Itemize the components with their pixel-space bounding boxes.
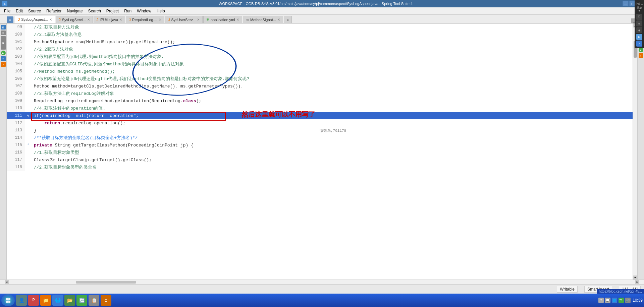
tab-yml-icon: ✾ [206,17,209,22]
right-icon-6[interactable]: ⚡ [639,53,643,58]
line-number: 107 [7,82,25,90]
line-content: //假如底层配置为CGLIB代理,则这个method指向具体目标对象中的方法对象 [31,61,184,67]
menu-help[interactable]: Help [154,8,168,14]
git-icon[interactable]: ⑂ [1,56,6,61]
taskbar-icon-p[interactable]: P [28,295,39,306]
outline-icon[interactable]: ≡ [1,30,6,35]
line-content: //2.2获取方法对象 [31,46,73,52]
line-content: //1.获取目标对象类型 [31,149,79,156]
tray-icon-volume[interactable]: 🔊 [625,298,631,303]
task-icon[interactable]: ▣ [1,36,6,50]
menu-search[interactable]: Search [86,8,104,14]
tab-java-icon3: J [97,18,99,22]
right-icons: □ ◈ ⊞ ◉ ● ⚡ [637,23,644,280]
hscroll-thumb[interactable] [76,281,136,284]
table-row: 105 //Method method=ms.getMethod(); [7,68,633,75]
tab-java-icon: J [18,17,20,21]
menu-window[interactable]: Window [134,8,154,14]
menu-refactor[interactable]: Refactor [44,8,64,14]
table-row: 109 RequiredLog requiredLog=method.getAn… [7,97,633,105]
editor-icon: ≡ [7,16,13,23]
tab-java-icon2: J [59,18,61,22]
table-row: 101 MethodSignature ms=(MethodSignature)… [7,38,633,46]
corner-icon-3[interactable]: ◉ [636,27,642,33]
tab-more[interactable]: » [284,16,292,23]
tab-applicationyml[interactable]: ✾ application.yml ✕ [203,16,242,23]
line-content: Class<?> targetCls=jp.getTarget().getCla… [31,158,152,163]
line-content: /**获取目标方法的全限定名(目标类全名+方法名)*/ [31,135,138,141]
minimize-button[interactable]: — [623,1,629,6]
tab-methodsignat[interactable]: m MethodSignat... ✕ [243,16,283,23]
menu-source[interactable]: Source [25,8,44,14]
taskbar-icon-2[interactable]: 👤 [16,295,27,306]
taskbar-icon-refresh[interactable]: 🔄 [76,295,87,306]
tab-java-icon5: J [168,18,170,22]
corner-icon-1[interactable]: □ [636,14,642,20]
line-content: private String getTargetClassMethod(Proc… [31,143,194,148]
tab-more-label: » [287,18,289,22]
writable-status: Writable [557,286,578,293]
tab-syslogaspect[interactable]: J SysLogAspect... ✕ [15,16,55,23]
table-row: 99 //2.获取目标方法对象 [7,23,633,31]
code-editor[interactable]: 99 //2.获取目标方法对象 100 //2.1获取方法签名信息 101 Me… [7,23,637,280]
tab-label6: application.yml [211,18,235,22]
menu-edit[interactable]: Edit [13,8,25,14]
tab-sysuserserv[interactable]: J SysUserServ... ✕ [165,16,203,23]
table-row: 112 return requiredLog.operation(); [7,119,633,127]
table-row: 106 //假如希望无论是jdk代理还是cglib代理,我们让method变量指… [7,75,633,82]
taskbar-icon-clip[interactable]: 📋 [89,295,99,306]
tray-icon-2[interactable]: 💬 [605,298,610,303]
line-number: 103 [7,53,25,60]
menu-run[interactable]: Run [121,8,134,14]
taskbar-icon-files[interactable]: 📂 [64,295,75,306]
corner-label[interactable]: 小窗口盛放 ▼ [635,1,644,13]
corner-panel: 小窗口盛放 ▼ □ ⊞ ◉ ▶ ⑂ [635,0,644,48]
pkg-explorer-icon[interactable]: ▤ [1,25,6,29]
line-number: 114 [7,134,25,141]
corner-icon-2[interactable]: ⊞ [636,20,642,26]
corner-icon-5[interactable]: ⑂ [636,41,642,47]
tab-close-icon7[interactable]: ✕ [277,18,280,21]
scroll-left-btn[interactable]: ◄ [5,280,9,284]
highlighted-line: 111 ✎ if(requiredLog==null)return "opera… [7,112,633,119]
tab-close-icon6[interactable]: ✕ [236,18,239,21]
scroll-down-btn[interactable]: ▼ [633,275,637,280]
tab-iputils[interactable]: J IPUtils.java ✕ [94,16,125,23]
line-number: 100 [7,31,25,38]
tray-icon-3[interactable]: 🌐 [612,298,617,303]
time-display: 10:39 [633,298,643,303]
tab-close-icon[interactable]: ✕ [49,18,52,21]
table-row: 100 //2.1获取方法签名信息 [7,31,633,38]
line-marker-111: ✎ [25,113,31,118]
tab-close-icon4[interactable]: ✕ [159,18,161,21]
tab-label2: SysLogServi... [62,18,86,22]
tab-close-icon5[interactable]: ✕ [197,18,200,21]
tray-icon-4[interactable]: 🛡 [619,298,624,303]
tray-icon-1[interactable]: ? [598,298,604,303]
taskbar-icon-folder[interactable]: 📁 [40,295,51,306]
menu-bar: File Edit Source Refactor Navigate Searc… [0,7,644,15]
status-bar: Writable Smart Insert 111...41] [0,284,644,294]
right-icon-5[interactable]: ● [639,48,643,52]
boot-icon[interactable]: ⚡ [1,62,6,67]
menu-file[interactable]: File [1,8,13,14]
menu-navigate[interactable]: Navigate [64,8,85,14]
start-button[interactable] [1,294,15,306]
line-number: 110 [7,105,25,112]
tab-requiredlog[interactable]: J RequiredLog.... ✕ [126,16,164,23]
tab-syslogservi[interactable]: J SysLogServi... ✕ [56,16,93,23]
tray-icons: ? 💬 🌐 🛡 🔊 [598,298,631,303]
tab-close-icon3[interactable]: ✕ [119,18,122,21]
taskbar-icon-gear[interactable]: ⚙ [101,295,111,306]
line-number-111: 111 [7,112,25,119]
menu-project[interactable]: Project [104,8,121,14]
run-debug-icon[interactable]: ▶ [1,51,6,55]
corner-icon-4[interactable]: ▶ [636,34,642,40]
scroll-right-btn[interactable]: ► [635,280,639,284]
horizontal-scrollbar[interactable]: ◄ ► [0,280,644,284]
vertical-scrollbar[interactable]: ▲ ▼ [633,23,637,280]
tab-close-icon2[interactable]: ✕ [87,18,90,21]
table-row: 117 Class<?> targetCls=jp.getTarget().ge… [7,156,633,164]
taskbar-icon-browser[interactable]: 🌐 [52,295,63,306]
line-content: //假如底层配置为jdk代理,则method指向接口中的抽象方法对象. [31,54,164,60]
